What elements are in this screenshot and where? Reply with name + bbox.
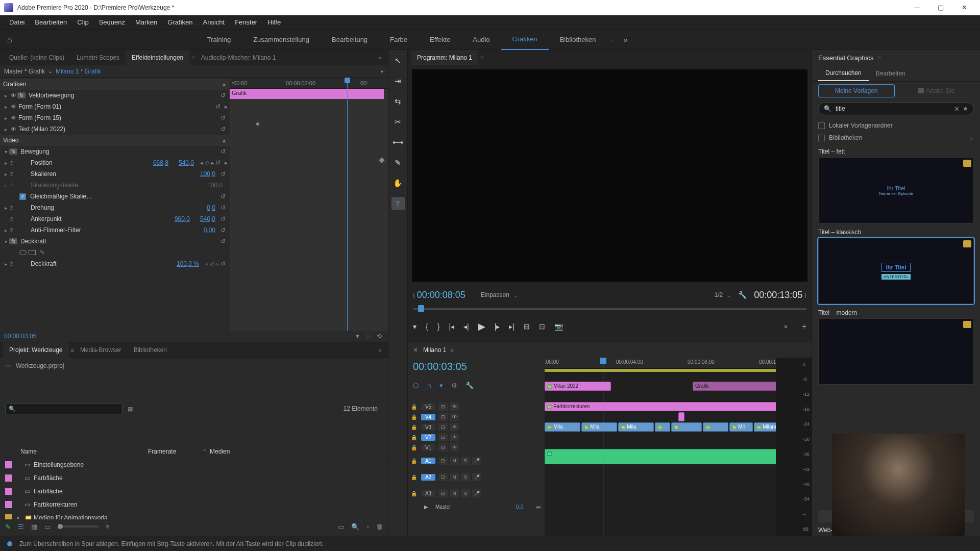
sequence-name[interactable]: Milano 1 [423, 346, 446, 354]
play-only-icon[interactable]: ▷ [366, 333, 371, 340]
pen-mask-icon[interactable]: ✎ [40, 249, 45, 256]
fx-timeline[interactable]: :00:00 00:00:02:00 00: Grafik [230, 78, 388, 331]
reset-icon[interactable]: ↺ [220, 215, 226, 222]
anchor-y-value[interactable]: 540,0 [200, 215, 215, 222]
audio-track-header[interactable]: 🔒 A1 ⊡MS🎤 [408, 453, 545, 469]
menu-datei[interactable]: Datei [4, 18, 30, 26]
stopwatch-icon[interactable]: ⏱ [9, 228, 14, 233]
video-track-header[interactable]: 🔒 V3 ⊡👁 [408, 422, 545, 432]
sync-lock-icon[interactable]: ⊡ [438, 443, 448, 452]
sync-lock-icon[interactable]: ⊡ [438, 403, 448, 411]
new-item-icon[interactable]: ▫ [366, 523, 369, 531]
fx-ruler[interactable]: :00:00 00:00:02:00 00: [230, 78, 388, 89]
workspace-bearbeitung[interactable]: Bearbeitung [321, 30, 379, 50]
fx-row-text[interactable]: ▸👁Text (Milan 2022)↺ [0, 123, 230, 135]
step-back-icon[interactable]: ◂| [463, 322, 469, 331]
template-thumbnail[interactable]: Ihr TitelName der Episode [818, 157, 974, 223]
scale-value[interactable]: 100,0 [200, 170, 215, 178]
clip-v1-2[interactable]: fxMila [581, 422, 617, 432]
audio-track-header[interactable]: 🔒 A3 ⊡MS🎤 [408, 485, 545, 502]
pos-y-value[interactable]: 540,0 [179, 159, 194, 166]
track-target[interactable]: V3 [421, 424, 435, 431]
sort-icon[interactable]: ⌃ [202, 448, 207, 455]
lift-icon[interactable]: ⊟ [524, 322, 530, 331]
project-tab[interactable]: Bibliotheken [128, 342, 173, 358]
slip-tool-icon[interactable]: ⟷ [391, 136, 405, 149]
stopwatch-icon[interactable]: ⏱ [9, 160, 14, 166]
fx-row-form15[interactable]: ▸👁Form (Form 15)↺ [0, 112, 230, 123]
menu-marken[interactable]: Marken [130, 18, 162, 26]
clip-v1-8[interactable]: fxMilano 4.mp4 [754, 422, 776, 432]
track-target[interactable]: V1 [421, 444, 435, 451]
reset-icon[interactable]: ↺ [220, 114, 226, 121]
lock-icon[interactable]: 🔒 [411, 491, 418, 496]
timeline-timecode[interactable]: 00:00:03:05 [413, 361, 467, 372]
menu-sequenz[interactable]: Sequenz [94, 18, 130, 26]
fx-row-drehung[interactable]: ▸⏱Drehung0,0↺ [0, 202, 230, 213]
find-icon[interactable]: 🔍 [351, 523, 359, 531]
lock-icon[interactable]: 🔒 [411, 414, 418, 420]
next-keyframe-icon[interactable]: ▸ [211, 160, 214, 166]
fx-playhead[interactable] [347, 78, 348, 331]
fx-timecode[interactable]: 00:00:03:05 [4, 333, 36, 340]
keyframe-diamond[interactable] [379, 157, 384, 163]
chevron-down-icon[interactable]: ⌄ [48, 68, 53, 74]
record-icon[interactable]: 🎤 [472, 457, 481, 465]
fx-row-deckkraft[interactable]: ▾fxDeckkraft↺ [0, 236, 230, 247]
workspace-zusammenstellung[interactable]: Zusammenstellung [242, 30, 321, 50]
chevron-down-icon[interactable]: ⌄ [513, 292, 518, 298]
reset-icon[interactable]: ↺ [220, 260, 226, 267]
loop-icon[interactable]: ⟲ [377, 333, 382, 340]
settings-icon[interactable]: ⚙ [451, 382, 457, 389]
clip-grafik[interactable]: Grafik [693, 382, 776, 391]
menu-fenster[interactable]: Fenster [230, 18, 262, 26]
project-columns-header[interactable]: Name Framerate ⌃ Medien [0, 446, 388, 458]
eg-subtab-stock[interactable]: Adobe Sto [899, 84, 974, 97]
chevron-down-icon[interactable]: ⌄ [727, 292, 731, 298]
flimmer-value[interactable]: 0,00 [204, 227, 215, 234]
go-to-out-icon[interactable]: ▸| [509, 322, 514, 331]
menu-grafiken[interactable]: Grafiken [162, 18, 198, 26]
col-name[interactable]: Name [20, 448, 148, 455]
project-search-input[interactable]: 🔍 [5, 403, 122, 414]
reset-icon[interactable]: ↺ [220, 193, 226, 200]
record-icon[interactable]: 🎤 [472, 473, 481, 481]
freeform-icon[interactable]: ▭ [44, 523, 51, 531]
program-scrubber[interactable] [413, 304, 806, 314]
eye-icon[interactable]: 👁 [450, 423, 459, 431]
workspace-farbe[interactable]: Farbe [379, 30, 419, 50]
solo-button[interactable]: S [461, 473, 470, 481]
favorite-icon[interactable]: ★ [963, 105, 968, 112]
wrench-icon[interactable]: 🔧 [738, 291, 747, 299]
eye-icon[interactable]: 👁 [450, 403, 459, 411]
video-track-header[interactable]: 🔒 V5 ⊡👁 [408, 402, 545, 412]
track-target[interactable]: A1 [421, 458, 435, 464]
sync-lock-icon[interactable]: ⊡ [438, 473, 448, 481]
fx-row-vektor[interactable]: ▸👁fxVektorbewegung↺ [0, 90, 230, 101]
collapse-icon[interactable]: ▴ [223, 137, 226, 144]
clip-milan2022[interactable]: fxMilan 2022 [545, 382, 611, 391]
sync-lock-icon[interactable]: ⊡ [438, 457, 448, 465]
workspace-effekte[interactable]: Effekte [419, 30, 461, 50]
panel-menu-icon[interactable]: ≡ [480, 55, 483, 61]
program-viewport[interactable] [412, 69, 807, 282]
eye-icon[interactable]: 👁 [450, 433, 459, 441]
sync-lock-icon[interactable]: ⊡ [438, 489, 448, 497]
ellipse-mask-icon[interactable] [19, 250, 27, 255]
eye-icon[interactable]: 👁 [450, 443, 459, 452]
clip-v1-1[interactable]: fxMila [545, 422, 580, 432]
audio-clip[interactable]: fx [545, 449, 776, 464]
source-tab[interactable]: Audioclip-Mischer: Milano 1 [195, 50, 282, 65]
track-select-tool-icon[interactable]: ⇥ [391, 74, 405, 88]
stopwatch-icon[interactable]: ⏱ [9, 216, 14, 222]
list-view-icon[interactable]: ☰ [18, 523, 24, 531]
fit-dropdown[interactable]: Einpassen [481, 291, 509, 298]
work-area-bar[interactable] [545, 369, 776, 372]
marker-icon[interactable]: ▾ [439, 382, 443, 389]
snap-icon[interactable]: ⬡ [413, 382, 419, 389]
col-media[interactable]: Medien [210, 448, 383, 455]
eye-icon[interactable]: 👁 [9, 104, 17, 110]
timeline-playhead[interactable] [603, 358, 603, 536]
template-thumbnail[interactable] [818, 318, 974, 385]
menu-ansicht[interactable]: Ansicht [198, 18, 230, 26]
